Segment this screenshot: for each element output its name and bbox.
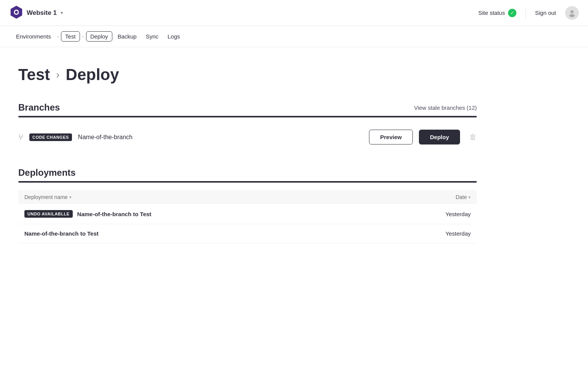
sort-arrow-date: ▾	[468, 195, 471, 200]
svg-point-4	[569, 14, 575, 17]
main-content: Test › Deploy Branches View stale branch…	[0, 47, 495, 280]
deployment-row-1: UNDO AVAILABLLE Name-of-the-branch to Te…	[18, 204, 477, 224]
logo[interactable]	[9, 5, 24, 21]
branches-section-header: Branches View stale branches (12)	[18, 102, 477, 113]
git-branch-icon: ⑂	[18, 132, 23, 142]
deployments-section-header: Deployments	[18, 167, 477, 178]
column-date[interactable]: Date ▾	[455, 194, 471, 200]
site-status-label: Site status	[478, 10, 505, 16]
header-left: Website 1 ▾	[9, 5, 63, 21]
branch-row: ⑂ CODE CHANGES Name-of-the-branch Previe…	[18, 125, 477, 149]
site-dropdown-icon[interactable]: ▾	[61, 10, 63, 16]
nav-item-deploy[interactable]: Deploy	[86, 31, 112, 42]
deployment-row-2-name: Name-of-the-branch to Test	[24, 230, 99, 237]
branches-divider	[18, 116, 477, 117]
nav-item-test[interactable]: Test	[61, 31, 80, 42]
deployments-section: Deployments Deployment name ▾ Date ▾ UND…	[18, 167, 477, 243]
deployment-row-1-name: Name-of-the-branch to Test	[77, 211, 152, 217]
delete-branch-icon[interactable]: 🗑	[469, 133, 477, 141]
deployment-row-2-left: Name-of-the-branch to Test	[24, 230, 99, 237]
page-title-env: Test	[18, 66, 50, 84]
site-status: Site status ✓	[478, 9, 516, 17]
nav-item-environments[interactable]: Environments	[12, 32, 55, 41]
nav-chevron-2: ›	[81, 34, 85, 39]
branch-name: Name-of-the-branch	[78, 134, 363, 141]
branches-section-title: Branches	[18, 102, 60, 113]
svg-point-2	[15, 11, 18, 14]
nav-item-logs[interactable]: Logs	[164, 32, 184, 41]
deployment-row-2: Name-of-the-branch to Test Yesterday	[18, 224, 477, 243]
status-check-icon: ✓	[508, 9, 516, 17]
column-deployment-name[interactable]: Deployment name ▾	[24, 194, 72, 200]
deployment-row-2-date: Yesterday	[446, 230, 471, 237]
page-title-action: Deploy	[66, 66, 119, 84]
deployments-divider	[18, 181, 477, 183]
deployment-row-1-date: Yesterday	[446, 211, 471, 217]
nav-item-sync[interactable]: Sync	[142, 32, 162, 41]
sort-arrow-name: ▾	[69, 195, 72, 200]
header-right: Site status ✓ Sign out	[478, 6, 579, 20]
preview-button[interactable]: Preview	[369, 130, 413, 144]
header: Website 1 ▾ Site status ✓ Sign out	[0, 0, 588, 26]
undo-badge: UNDO AVAILABLLE	[24, 210, 73, 218]
deployments-table-header: Deployment name ▾ Date ▾	[18, 190, 477, 204]
nav-bar: Environments › Test › Deploy Backup Sync…	[0, 26, 588, 47]
sign-out-button[interactable]: Sign out	[535, 10, 556, 16]
header-divider	[526, 7, 526, 19]
svg-point-3	[570, 10, 574, 13]
deployment-row-1-left: UNDO AVAILABLLE Name-of-the-branch to Te…	[24, 210, 151, 218]
branches-section: Branches View stale branches (12) ⑂ CODE…	[18, 102, 477, 149]
deploy-button[interactable]: Deploy	[419, 130, 460, 144]
code-changes-badge: CODE CHANGES	[29, 133, 72, 141]
view-stale-branches-link[interactable]: View stale branches (12)	[414, 104, 477, 111]
site-name: Website 1	[27, 9, 57, 17]
page-title: Test › Deploy	[18, 66, 477, 84]
deployments-section-title: Deployments	[18, 167, 76, 178]
avatar[interactable]	[565, 6, 579, 20]
nav-item-backup[interactable]: Backup	[114, 32, 141, 41]
page-title-chevron: ›	[56, 69, 59, 81]
nav-chevron-1: ›	[56, 34, 59, 39]
